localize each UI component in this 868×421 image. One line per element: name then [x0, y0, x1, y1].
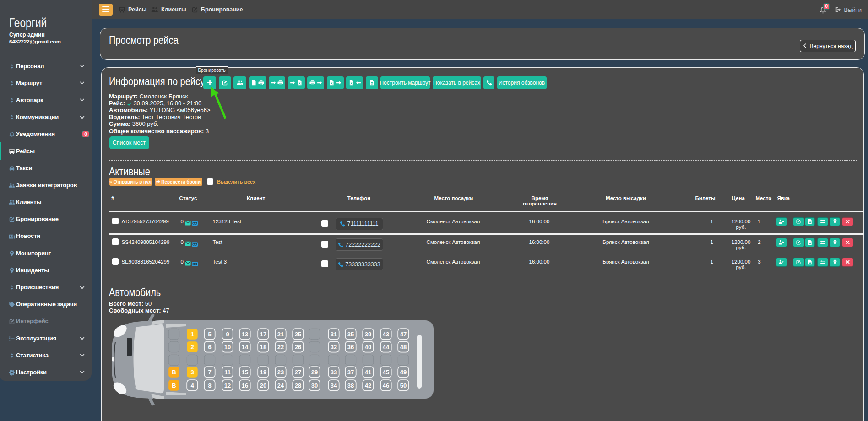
- svg-text:7: 7: [208, 369, 211, 376]
- svg-text:17: 17: [260, 331, 266, 338]
- svg-text:4: 4: [190, 382, 194, 389]
- svg-text:22: 22: [277, 344, 284, 351]
- svg-text:15: 15: [242, 369, 248, 376]
- svg-text:31: 31: [331, 331, 337, 338]
- svg-text:27: 27: [295, 369, 301, 376]
- svg-text:30: 30: [311, 382, 318, 389]
- svg-text:29: 29: [311, 369, 318, 376]
- svg-text:48: 48: [400, 344, 407, 351]
- svg-text:37: 37: [347, 369, 354, 376]
- svg-text:1: 1: [190, 331, 194, 338]
- svg-text:33: 33: [331, 369, 337, 376]
- svg-text:2: 2: [190, 344, 194, 351]
- svg-text:6: 6: [208, 344, 211, 351]
- svg-text:21: 21: [277, 331, 284, 338]
- svg-text:19: 19: [260, 369, 266, 376]
- svg-text:5: 5: [208, 331, 211, 338]
- svg-text:26: 26: [295, 344, 301, 351]
- svg-text:47: 47: [400, 331, 407, 338]
- svg-text:11: 11: [224, 369, 231, 376]
- svg-text:41: 41: [365, 369, 371, 376]
- svg-text:25: 25: [295, 331, 301, 338]
- svg-text:B: B: [172, 369, 176, 376]
- svg-text:35: 35: [347, 331, 354, 338]
- svg-text:8: 8: [208, 382, 211, 389]
- svg-text:49: 49: [400, 369, 407, 376]
- svg-text:13: 13: [242, 331, 248, 338]
- svg-text:36: 36: [347, 344, 354, 351]
- svg-text:38: 38: [347, 382, 354, 389]
- svg-text:45: 45: [383, 369, 389, 376]
- svg-text:10: 10: [224, 344, 231, 351]
- svg-text:40: 40: [365, 344, 371, 351]
- svg-text:16: 16: [242, 382, 248, 389]
- svg-text:28: 28: [295, 382, 301, 389]
- svg-text:46: 46: [383, 382, 389, 389]
- svg-text:24: 24: [277, 382, 284, 389]
- svg-text:18: 18: [260, 344, 266, 351]
- svg-text:20: 20: [260, 382, 266, 389]
- svg-text:12: 12: [224, 382, 231, 389]
- svg-text:3: 3: [190, 369, 194, 376]
- svg-text:43: 43: [383, 331, 389, 338]
- svg-text:34: 34: [331, 382, 337, 389]
- svg-text:39: 39: [365, 331, 371, 338]
- svg-text:B: B: [172, 382, 176, 389]
- svg-text:50: 50: [400, 382, 407, 389]
- svg-text:42: 42: [365, 382, 371, 389]
- svg-text:23: 23: [277, 369, 284, 376]
- svg-text:32: 32: [331, 344, 337, 351]
- svg-text:14: 14: [242, 344, 249, 351]
- svg-text:44: 44: [383, 344, 390, 351]
- svg-text:9: 9: [226, 331, 229, 338]
